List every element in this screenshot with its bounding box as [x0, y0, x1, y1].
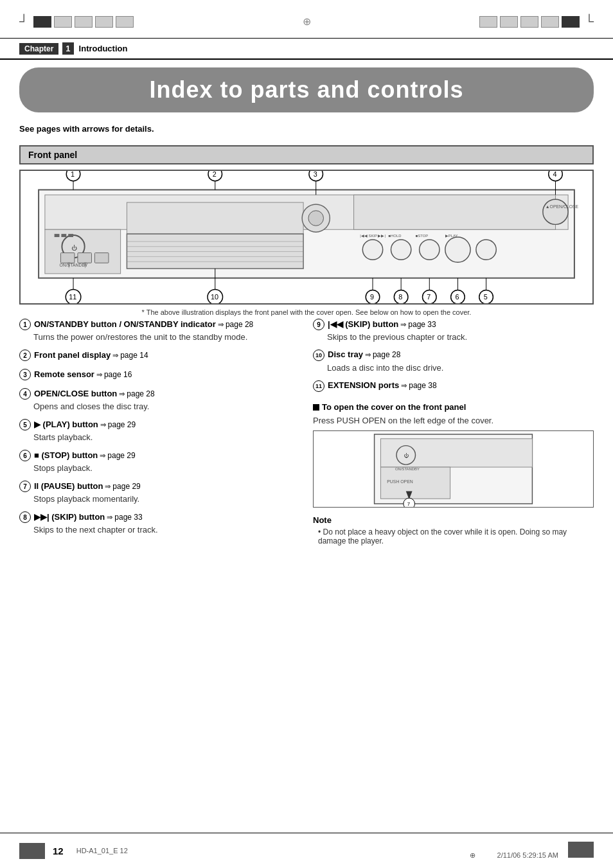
item-2-arrow: ⇒ [112, 351, 118, 360]
svg-text:8: 8 [398, 293, 402, 301]
item-4-ref: page 28 [127, 389, 154, 398]
subtitle: See pages with arrows for details. [0, 119, 613, 134]
svg-text:6: 6 [456, 293, 459, 301]
chapter-label: Chapter [19, 43, 58, 55]
bar-rect-9 [541, 16, 559, 28]
item-11-num: 11 [313, 380, 324, 392]
item-1-title: 1 ON/STANDBY button / ON/STANDBY indicat… [19, 319, 300, 330]
item-5-arrow: ⇒ [100, 421, 106, 429]
open-cover-title: To open the cover on the front panel [313, 402, 594, 412]
item-6-desc: Stops playback. [33, 463, 300, 473]
item-6: 6 ■ (STOP) button ⇒ page 29 Stops playba… [19, 450, 300, 473]
item-4-arrow: ⇒ [119, 390, 125, 398]
item-9-label: |◀◀ (SKIP) button [328, 319, 398, 329]
bottom-date: 2/11/06 5:29:15 AM [497, 851, 558, 859]
device-diagram-area: ⏻ ON/STANDBY [19, 170, 594, 316]
item-4-title: 4 OPEN/CLOSE button ⇒ page 28 [19, 388, 300, 400]
item-4-num: 4 [19, 388, 31, 400]
svg-text:4: 4 [553, 171, 557, 178]
svg-text:5: 5 [484, 293, 488, 301]
svg-point-21 [391, 240, 411, 260]
item-5: 5 ▶ (PLAY) button ⇒ page 29 Starts playb… [19, 419, 300, 442]
svg-point-18 [543, 199, 568, 224]
svg-rect-17 [354, 195, 556, 229]
item-7-label: II (PAUSE) button [34, 481, 103, 491]
item-10-num: 10 [313, 350, 324, 361]
top-bar-decorations-right [479, 16, 580, 28]
item-11-title: 11 EXTENSION ports ⇒ page 38 [313, 380, 594, 392]
item-5-desc: Starts playback. [33, 432, 300, 442]
bar-rect-6 [479, 16, 497, 28]
item-4-label: OPEN/CLOSE button [34, 389, 117, 398]
item-6-arrow: ⇒ [100, 452, 105, 460]
svg-text:3: 3 [314, 171, 317, 178]
two-column-layout: 1 ON/STANDBY button / ON/STANDBY indicat… [19, 319, 594, 545]
item-10-title: 10 Disc tray ⇒ page 28 [313, 350, 594, 361]
item-8: 8 ▶▶| (SKIP) button ⇒ page 33 Skips to t… [19, 511, 300, 535]
item-2-num: 2 [19, 350, 31, 361]
bottom-right-info: ⊕ 2/11/06 5:29:15 AM [470, 842, 594, 860]
note-bullet: • Do not place a heavy object on the cov… [318, 527, 567, 545]
bottom-file-info: HD-A1_01_E 12 [76, 847, 128, 855]
svg-rect-11 [94, 253, 109, 263]
bar-rect-8 [520, 16, 538, 28]
note-title: Note [313, 515, 594, 525]
top-center-cross: ⊕ [303, 15, 311, 28]
svg-text:▶PLAY: ▶PLAY [445, 234, 458, 238]
open-cover-desc: Press PUSH OPEN on the left edge of the … [313, 416, 594, 425]
svg-text:■HOLD: ■HOLD [389, 234, 402, 238]
svg-point-16 [308, 211, 324, 226]
items-right-column: 9 |◀◀ (SKIP) button ⇒ page 33 Skips to t… [313, 319, 594, 545]
item-8-num: 8 [19, 511, 31, 523]
bar-rect-1 [33, 16, 51, 28]
item-1-num: 1 [19, 319, 31, 330]
item-3-arrow: ⇒ [96, 371, 102, 379]
svg-text:ON/STANDBY: ON/STANDBY [395, 467, 420, 471]
page-number: 12 [53, 846, 64, 856]
item-5-num: 5 [19, 419, 31, 430]
small-device-svg: ⏻ ON/STANDBY PUSH OPEN 7 [314, 431, 593, 507]
item-3: 3 Remote sensor ⇒ page 16 [19, 369, 300, 380]
corner-mark-left: ┘ [19, 14, 28, 29]
bottom-bar: 12 HD-A1_01_E 12 ⊕ 2/11/06 5:29:15 AM [0, 833, 613, 868]
svg-text:■STOP: ■STOP [416, 234, 429, 238]
open-cover-label: To open the cover on the front panel [322, 402, 466, 412]
top-bar-decorations-left [33, 16, 134, 28]
svg-text:⏻: ⏻ [404, 453, 409, 459]
svg-text:1: 1 [71, 171, 75, 178]
svg-rect-9 [60, 253, 75, 263]
device-svg: ⏻ ON/STANDBY [21, 171, 592, 303]
open-cover-section: To open the cover on the front panel Pre… [313, 402, 594, 508]
device-diagram: ⏻ ON/STANDBY [19, 170, 594, 305]
item-3-title: 3 Remote sensor ⇒ page 16 [19, 369, 300, 380]
item-2-title: 2 Front panel display ⇒ page 14 [19, 350, 300, 361]
item-2: 2 Front panel display ⇒ page 14 [19, 350, 300, 361]
item-10-label: Disc tray [328, 350, 363, 359]
item-4-desc: Opens and closes the disc tray. [33, 402, 300, 411]
bar-rect-7 [500, 16, 518, 28]
item-7-ref: page 29 [112, 482, 140, 491]
item-5-label: ▶ (PLAY) button [34, 420, 98, 429]
svg-rect-7 [61, 234, 66, 237]
front-panel-section-title: Front panel [19, 145, 594, 164]
svg-text:PUSH OPEN: PUSH OPEN [387, 479, 413, 484]
item-7-arrow: ⇒ [105, 483, 111, 491]
item-10-arrow: ⇒ [365, 351, 371, 359]
svg-rect-14 [127, 202, 303, 234]
item-1: 1 ON/STANDBY button / ON/STANDBY indicat… [19, 319, 300, 342]
item-6-num: 6 [19, 450, 31, 461]
svg-text:11: 11 [69, 293, 76, 301]
note-section: Note • Do not place a heavy object on th… [313, 515, 594, 545]
item-11-ref: page 38 [409, 381, 436, 390]
item-9-ref: page 33 [408, 320, 436, 329]
item-8-title: 8 ▶▶| (SKIP) button ⇒ page 33 [19, 511, 300, 523]
bottom-cross: ⊕ [470, 851, 475, 859]
item-8-arrow: ⇒ [107, 513, 112, 522]
svg-rect-10 [78, 253, 92, 263]
items-left-column: 1 ON/STANDBY button / ON/STANDBY indicat… [19, 319, 300, 545]
item-11-label: EXTENSION ports [328, 380, 399, 390]
svg-text:7: 7 [427, 293, 431, 301]
item-6-label: ■ (STOP) button [34, 450, 98, 460]
bar-rect-4 [95, 16, 113, 28]
chapter-num: 1 [62, 42, 73, 55]
